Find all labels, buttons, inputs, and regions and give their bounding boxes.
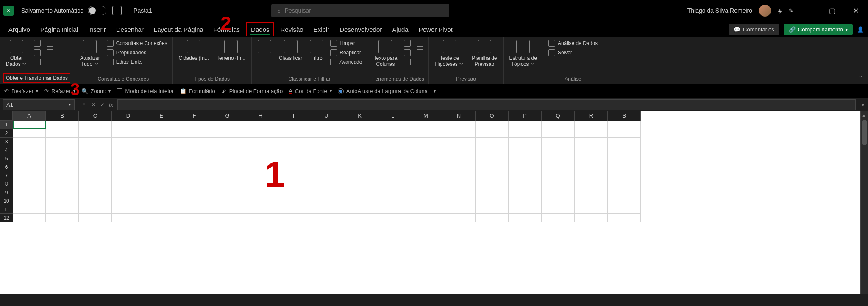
ribbon-small-button[interactable]	[402, 58, 412, 66]
cell[interactable]	[343, 129, 376, 138]
cell[interactable]	[277, 197, 310, 205]
column-header[interactable]: R	[575, 111, 608, 121]
autofit-button[interactable]: AutoAjuste da Largura da Coluna	[338, 88, 428, 94]
cell[interactable]	[112, 197, 145, 205]
ribbon-big-button[interactable]: Estrutura de Tópicos ﹀	[507, 39, 540, 68]
cell[interactable]	[409, 154, 442, 163]
column-header[interactable]: C	[79, 111, 112, 121]
cell[interactable]	[542, 121, 575, 129]
cell[interactable]	[376, 188, 409, 197]
cell[interactable]	[178, 197, 211, 205]
cell[interactable]	[542, 180, 575, 188]
cell[interactable]	[343, 121, 376, 129]
cell[interactable]	[211, 197, 244, 205]
ribbon-small-button[interactable]: Avançado	[328, 58, 364, 66]
ribbon-big-button[interactable]: Teste de Hipóteses ﹀	[432, 39, 467, 68]
cell[interactable]	[79, 171, 112, 180]
cell[interactable]	[277, 121, 310, 129]
save-icon[interactable]	[112, 6, 122, 15]
ribbon-small-button[interactable]	[32, 39, 42, 48]
cell[interactable]	[178, 129, 211, 138]
ribbon-small-button[interactable]: Reaplicar	[328, 48, 364, 57]
cell[interactable]	[244, 163, 277, 171]
cell[interactable]	[178, 180, 211, 188]
scroll-thumb[interactable]	[862, 120, 867, 145]
cell[interactable]	[79, 121, 112, 129]
user-name[interactable]: Thiago da Silva Romeiro	[687, 7, 752, 14]
tab-pagina-inicial[interactable]: Página Inicial	[36, 23, 82, 36]
cell[interactable]	[608, 214, 641, 222]
cell[interactable]	[442, 121, 476, 129]
cell[interactable]	[79, 205, 112, 214]
cell[interactable]	[277, 154, 310, 163]
cell[interactable]	[13, 129, 46, 138]
cell[interactable]	[46, 205, 79, 214]
search-input[interactable]	[285, 7, 443, 14]
cell[interactable]	[575, 205, 608, 214]
cell[interactable]	[608, 163, 641, 171]
cell[interactable]	[575, 197, 608, 205]
cell[interactable]	[376, 129, 409, 138]
cell[interactable]	[476, 146, 509, 154]
cell[interactable]	[79, 214, 112, 222]
cell[interactable]	[509, 214, 542, 222]
cell[interactable]	[46, 197, 79, 205]
restore-button[interactable]: ▢	[824, 7, 841, 15]
cell[interactable]	[608, 171, 641, 180]
cell[interactable]	[442, 205, 476, 214]
formula-input[interactable]	[117, 99, 856, 110]
column-header[interactable]: D	[112, 111, 145, 121]
cell[interactable]	[178, 121, 211, 129]
ribbon-big-button[interactable]: Classificar	[276, 39, 305, 62]
cell[interactable]	[442, 138, 476, 146]
column-header[interactable]: M	[409, 111, 442, 121]
cell[interactable]	[13, 146, 46, 154]
cell[interactable]	[542, 197, 575, 205]
cell[interactable]	[575, 171, 608, 180]
ribbon-small-button[interactable]: Limpar	[328, 39, 364, 48]
cell[interactable]	[211, 214, 244, 222]
cell[interactable]	[343, 171, 376, 180]
cell[interactable]	[277, 163, 310, 171]
ribbon-small-button[interactable]	[32, 58, 42, 66]
cell[interactable]	[79, 197, 112, 205]
column-header[interactable]: K	[343, 111, 376, 121]
cancel-icon[interactable]: ✕	[91, 101, 96, 108]
cell[interactable]	[46, 146, 79, 154]
cell[interactable]	[211, 146, 244, 154]
cell[interactable]	[79, 180, 112, 188]
cell[interactable]	[343, 138, 376, 146]
cell[interactable]	[442, 129, 476, 138]
cell[interactable]	[376, 171, 409, 180]
cell[interactable]	[244, 146, 277, 154]
cell[interactable]	[409, 171, 442, 180]
cell[interactable]	[409, 197, 442, 205]
cell[interactable]	[575, 146, 608, 154]
cell[interactable]	[343, 197, 376, 205]
ribbon-small-button[interactable]: Solver	[547, 48, 599, 57]
cell[interactable]	[145, 121, 178, 129]
row-header[interactable]: 2	[0, 129, 13, 138]
cell[interactable]	[376, 214, 409, 222]
cell[interactable]	[409, 163, 442, 171]
tab-dados[interactable]: Dados	[246, 22, 274, 36]
row-header[interactable]: 8	[0, 180, 13, 188]
cell[interactable]	[277, 180, 310, 188]
cell[interactable]	[244, 188, 277, 197]
cell[interactable]	[13, 214, 46, 222]
cell[interactable]	[244, 138, 277, 146]
cell[interactable]	[46, 163, 79, 171]
cell[interactable]	[476, 180, 509, 188]
ribbon-big-button[interactable]: Filtro	[307, 39, 326, 62]
cell[interactable]	[112, 138, 145, 146]
cell[interactable]	[277, 188, 310, 197]
cell[interactable]	[476, 138, 509, 146]
cell[interactable]	[79, 146, 112, 154]
cell[interactable]	[509, 171, 542, 180]
cell[interactable]	[542, 214, 575, 222]
cell[interactable]	[509, 121, 542, 129]
cell[interactable]	[376, 121, 409, 129]
cell[interactable]	[442, 163, 476, 171]
cell[interactable]	[310, 129, 343, 138]
comments-button[interactable]: 💬 Comentários	[729, 24, 779, 35]
